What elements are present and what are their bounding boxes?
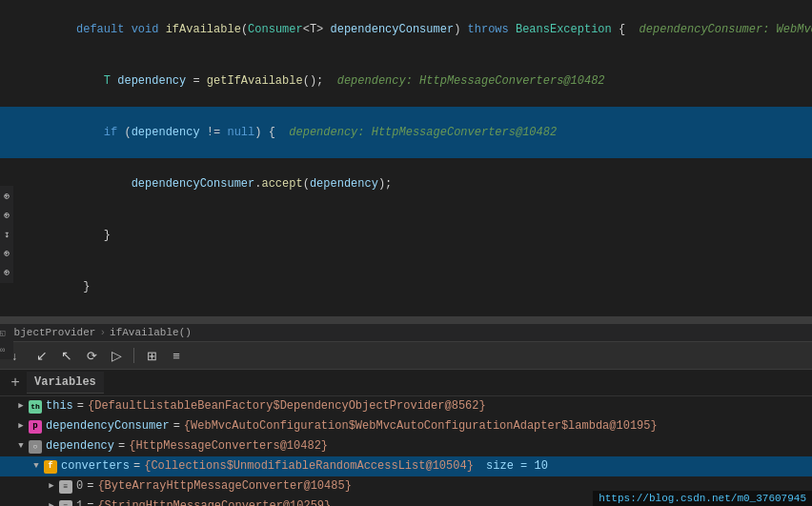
gutter-icon-2[interactable]: ⊕ bbox=[0, 209, 13, 222]
obj-icon: ○ bbox=[29, 440, 42, 454]
expand-converters[interactable] bbox=[29, 457, 44, 476]
breadcrumb: ObjectProvider › ifAvailable() bbox=[0, 323, 812, 342]
variable-dependency[interactable]: ○ dependency = {HttpMessageConverters@10… bbox=[0, 436, 812, 456]
p-icon: p bbox=[29, 420, 42, 434]
var-eq-this: = bbox=[77, 397, 84, 415]
code-line-4: dependencyConsumer.accept(dependency); bbox=[0, 158, 812, 210]
var-val-converters: {Collections$UnmodifiableRandomAccessLis… bbox=[144, 457, 474, 476]
var-val-dependency: {HttpMessageConverters@10482} bbox=[129, 437, 328, 455]
expand-item1[interactable] bbox=[44, 497, 59, 506]
breadcrumb-part2: ifAvailable() bbox=[110, 327, 192, 338]
var-val-1: {StringHttpMessageConverter@10259} bbox=[97, 497, 331, 506]
main-container: default void ifAvailable(Consumer<T> dep… bbox=[0, 0, 812, 506]
gutter-icon-1[interactable]: ⊕ bbox=[0, 190, 13, 203]
status-url: https://blog.csdn.net/m0_37607945 bbox=[593, 491, 812, 506]
gutter-icon-4[interactable]: ⊕ bbox=[0, 247, 13, 260]
code-line-2: T dependency = getIfAvailable(); depende… bbox=[0, 55, 812, 107]
step-out-button[interactable]: ↖ bbox=[57, 346, 76, 365]
variables-header-row: + Variables bbox=[0, 370, 812, 396]
var-name-converters: converters bbox=[61, 457, 130, 476]
resume-button[interactable]: ▷ bbox=[107, 346, 126, 365]
var-val-0: {ByteArrayHttpMessageConverter@10485} bbox=[97, 477, 351, 496]
var-idx-1: 1 bbox=[76, 497, 83, 506]
code-line-6: } bbox=[0, 261, 812, 313]
url-text: https://blog.csdn.net/m0_37607945 bbox=[599, 493, 806, 504]
arr-icon-1: ≡ bbox=[59, 500, 72, 507]
f-icon: f bbox=[44, 460, 57, 474]
expand-item0[interactable] bbox=[44, 477, 59, 496]
this-icon: th bbox=[29, 400, 42, 414]
expand-this[interactable] bbox=[13, 397, 29, 415]
variable-dependency-consumer[interactable]: p dependencyConsumer = {WebMvcAutoConfig… bbox=[0, 416, 812, 436]
variables-panel: + Variables th this = {DefaultListableBe… bbox=[0, 370, 812, 506]
variables-header-label: Variables bbox=[27, 372, 104, 394]
var-val-dep-consumer: {WebMvcAutoConfiguration$WebMvcAutoConfi… bbox=[184, 417, 658, 435]
var-val-this: {DefaultListableBeanFactory$DependencyOb… bbox=[88, 397, 486, 415]
arr-icon-0: ≡ bbox=[59, 480, 72, 494]
step-into-button[interactable]: ↙ bbox=[32, 346, 51, 365]
var-name-dep-consumer: dependencyConsumer bbox=[46, 417, 170, 435]
rerun-button[interactable]: ⟳ bbox=[82, 346, 101, 365]
sidebar-icon-1[interactable]: ◱ bbox=[0, 328, 13, 338]
var-name-dependency: dependency bbox=[46, 437, 114, 455]
variable-this[interactable]: th this = {DefaultListableBeanFactory$De… bbox=[0, 396, 812, 416]
var-size-converters: size = 10 bbox=[479, 457, 548, 476]
code-line-1: default void ifAvailable(Consumer<T> dep… bbox=[0, 4, 812, 55]
expand-dependency[interactable] bbox=[13, 437, 29, 455]
variable-tree: th this = {DefaultListableBeanFactory$De… bbox=[0, 396, 812, 506]
code-area: default void ifAvailable(Consumer<T> dep… bbox=[0, 0, 812, 317]
debug-toolbar: ↓ ↙ ↖ ⟳ ▷ ⊞ ≡ bbox=[0, 342, 812, 370]
sidebar-gutter: ◱ ∞ bbox=[0, 324, 13, 359]
code-line-3: if (dependency != null) { dependency: Ht… bbox=[0, 107, 812, 158]
breadcrumb-separator: › bbox=[99, 327, 106, 338]
left-gutter: ⊕ ⊕ ↧ ⊕ ⊕ bbox=[0, 186, 13, 283]
add-variable-button[interactable]: + bbox=[8, 375, 23, 391]
toolbar-separator bbox=[133, 348, 134, 363]
var-name-this: this bbox=[46, 397, 73, 415]
gutter-icon-3[interactable]: ↧ bbox=[0, 228, 13, 241]
expand-dependency-consumer[interactable] bbox=[13, 417, 29, 435]
code-line-5: } bbox=[0, 210, 812, 261]
variable-converters[interactable]: f converters = {Collections$Unmodifiable… bbox=[0, 456, 812, 476]
table-view-button[interactable]: ⊞ bbox=[142, 346, 161, 365]
list-view-button[interactable]: ≡ bbox=[167, 346, 186, 365]
var-idx-0: 0 bbox=[76, 477, 83, 496]
gutter-icon-5[interactable]: ⊕ bbox=[0, 266, 13, 279]
breadcrumb-part1: ObjectProvider bbox=[8, 327, 95, 338]
sidebar-icon-2[interactable]: ∞ bbox=[0, 346, 13, 355]
